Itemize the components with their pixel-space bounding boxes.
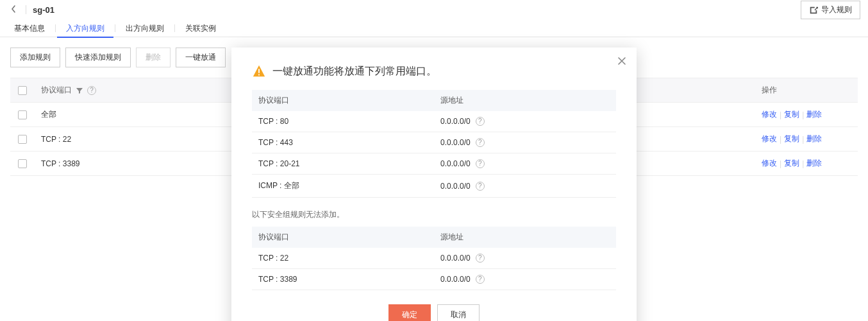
cell-protocol: ICMP : 全部 — [252, 175, 434, 198]
cell-protocol: TCP : 20-21 — [252, 153, 434, 175]
help-icon[interactable]: ? — [476, 117, 485, 126]
help-icon[interactable]: ? — [476, 159, 485, 168]
help-icon[interactable]: ? — [476, 138, 485, 147]
table-row: TCP : 220.0.0.0/0? — [252, 248, 616, 269]
modal-overlay: 一键放通功能将放通下列常用端口。 协议端口 源地址 TCP : 800.0.0.… — [0, 0, 868, 321]
warning-icon — [252, 64, 266, 78]
modal-allow-table: 协议端口 源地址 TCP : 800.0.0.0/0?TCP : 4430.0.… — [252, 90, 616, 198]
col-source-header: 源地址 — [434, 227, 616, 248]
ok-button[interactable]: 确定 — [388, 304, 431, 321]
cell-source: 0.0.0.0/0? — [434, 175, 616, 198]
cell-source: 0.0.0.0/0? — [434, 132, 616, 153]
close-icon — [617, 56, 626, 65]
modal-actions: 确定 取消 — [252, 304, 616, 321]
modal-title: 一键放通功能将放通下列常用端口。 — [272, 65, 437, 78]
cancel-button[interactable]: 取消 — [437, 304, 480, 321]
cell-protocol: TCP : 22 — [252, 248, 434, 269]
modal-blocked-table: 协议端口 源地址 TCP : 220.0.0.0/0?TCP : 33890.0… — [252, 227, 616, 290]
table-row: TCP : 800.0.0.0/0? — [252, 111, 616, 132]
cell-source: 0.0.0.0/0? — [434, 111, 616, 132]
cell-protocol: TCP : 80 — [252, 111, 434, 132]
col-protocol-header: 协议端口 — [252, 227, 434, 248]
col-source-header: 源地址 — [434, 90, 616, 111]
cell-source: 0.0.0.0/0? — [434, 248, 616, 269]
svg-rect-1 — [258, 74, 260, 76]
cell-source: 0.0.0.0/0? — [434, 153, 616, 175]
cell-source: 0.0.0.0/0? — [434, 269, 616, 290]
table-row: TCP : 33890.0.0.0/0? — [252, 269, 616, 290]
modal-title-row: 一键放通功能将放通下列常用端口。 — [252, 64, 616, 78]
table-row: ICMP : 全部0.0.0.0/0? — [252, 175, 616, 198]
table-row: TCP : 20-210.0.0.0/0? — [252, 153, 616, 175]
help-icon[interactable]: ? — [476, 254, 485, 263]
modal-close-button[interactable] — [617, 56, 626, 67]
help-icon[interactable]: ? — [476, 182, 485, 191]
modal-note: 以下安全组规则无法添加。 — [252, 209, 616, 220]
svg-rect-0 — [258, 69, 260, 73]
one-click-allow-modal: 一键放通功能将放通下列常用端口。 协议端口 源地址 TCP : 800.0.0.… — [231, 48, 637, 321]
cell-protocol: TCP : 443 — [252, 132, 434, 153]
help-icon[interactable]: ? — [476, 275, 485, 284]
table-row: TCP : 4430.0.0.0/0? — [252, 132, 616, 153]
col-protocol-header: 协议端口 — [252, 90, 434, 111]
cell-protocol: TCP : 3389 — [252, 269, 434, 290]
